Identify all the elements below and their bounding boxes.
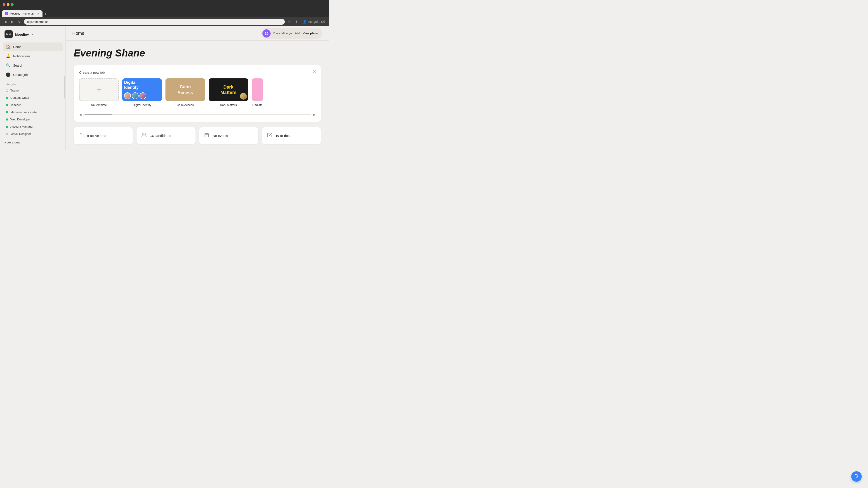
tab-bar: M Moodjoy · Homerun ✕ + <box>0 9 329 17</box>
template-label-no-template: No template <box>91 103 107 107</box>
di-avatar-1 <box>124 92 131 99</box>
content-area: Evening Shane Create a new job ✕ + No te… <box>66 41 329 187</box>
window-maximize-button[interactable] <box>11 3 13 6</box>
company-name: Moodjoy <box>15 33 29 36</box>
window-close-button[interactable] <box>3 3 5 6</box>
create-job-card: Create a new job ✕ + No template Digital… <box>74 65 321 122</box>
reload-button[interactable]: ↻ <box>17 19 22 24</box>
back-button[interactable]: ◀ <box>3 19 8 24</box>
sidebar-item-account-manager[interactable]: Account Manager <box>3 123 63 130</box>
forward-button[interactable]: ▶ <box>10 19 15 24</box>
create-job-icon: + <box>6 72 10 77</box>
job-label-trainer: Trainer <box>10 89 20 92</box>
sidebar-item-teacher[interactable]: Teacher <box>3 101 63 108</box>
sidebar: MM Moodjoy ▼ 🏠 Home 🔔 Notifications 🔍 Se… <box>0 26 66 150</box>
template-label-calm-access: Calm Access <box>177 103 194 107</box>
job-status-dot-visual-designer <box>6 133 8 135</box>
template-digital-identity[interactable]: DigitalIdentity Digital Identity <box>122 78 162 107</box>
dm-person-icon <box>240 93 247 100</box>
dropdown-arrow-icon: ▼ <box>31 33 33 36</box>
stat-card-candidates[interactable]: 16 candidates <box>136 127 196 144</box>
sidebar-item-search-label: Search <box>13 64 23 67</box>
job-status-dot-teacher <box>6 104 8 106</box>
tab-title: Moodjoy · Homerun <box>10 12 34 15</box>
template-thumb-calm-access: CalmAccess <box>165 78 205 101</box>
dm-title: DarkMatters <box>220 84 237 95</box>
your-jobs-section-label[interactable]: Your jobs ▼ <box>0 80 65 87</box>
profile-button[interactable]: 👤 Incognito (2) <box>301 19 327 24</box>
page-title: Home <box>72 31 84 36</box>
new-tab-button[interactable]: + <box>42 12 49 17</box>
view-plans-button[interactable]: View plans <box>303 32 318 35</box>
scroll-track <box>84 114 311 115</box>
template-thumb-radiate <box>252 78 263 101</box>
download-button[interactable]: ⬇ <box>294 19 300 24</box>
scroll-thumb <box>85 114 112 115</box>
di-title: DigitalIdentity <box>124 80 160 90</box>
scroll-right-button[interactable]: ▶ <box>313 113 315 116</box>
job-status-dot-account-manager <box>6 126 8 128</box>
company-switcher[interactable]: MM Moodjoy ▼ <box>0 26 65 42</box>
job-label-web-developer: Web Developer <box>10 118 31 121</box>
app-layout: MM Moodjoy ▼ 🏠 Home 🔔 Notifications 🔍 Se… <box>0 26 329 187</box>
job-label-content-writer: Content Writer <box>10 96 29 99</box>
trial-badge: 15 Days left in your trial View plans <box>261 28 322 39</box>
sidebar-item-home-label: Home <box>13 45 22 49</box>
job-status-dot-trainer <box>6 90 8 92</box>
template-no-template[interactable]: + No template <box>79 78 119 107</box>
template-label-radiate: Radiate <box>252 103 263 107</box>
sidebar-item-visual-designer[interactable]: Visual Designer <box>3 130 63 137</box>
tab-favicon: M <box>5 12 8 15</box>
job-status-dot-web-developer <box>6 119 8 121</box>
create-job-title: Create a new job <box>79 70 315 74</box>
template-dark-matters[interactable]: DarkMatters Dark Matters <box>209 78 248 107</box>
plus-icon: + <box>96 85 101 94</box>
templates-scroll: + No template DigitalIdentity <box>79 78 315 107</box>
url-input[interactable] <box>24 19 285 25</box>
trial-text: Days left in your trial <box>273 32 300 35</box>
template-calm-access[interactable]: CalmAccess Calm Access <box>165 78 205 107</box>
window-minimize-button[interactable] <box>7 3 9 6</box>
trial-days-number: 15 <box>262 29 271 37</box>
your-jobs-dropdown-icon: ▼ <box>17 83 19 86</box>
search-icon: 🔍 <box>6 63 10 68</box>
stat-candidates-text: 16 candidates <box>150 134 171 138</box>
sidebar-scrollbar[interactable] <box>64 76 65 98</box>
stat-card-events[interactable]: No events <box>199 127 258 144</box>
notifications-icon: 🔔 <box>6 54 10 58</box>
address-bar-row: ◀ ▶ ↻ ☆ ⬇ 👤 Incognito (2) <box>0 17 329 26</box>
template-radiate[interactable]: Radiate <box>252 78 263 107</box>
sidebar-item-content-writer[interactable]: Content Writer <box>3 94 63 101</box>
home-icon: 🏠 <box>6 45 10 49</box>
create-job-close-button[interactable]: ✕ <box>312 70 316 74</box>
scroll-indicator: ◀ ▶ <box>79 110 315 116</box>
sidebar-item-create-job[interactable]: + Create job <box>3 70 63 79</box>
job-label-account-manager: Account Manager <box>10 125 33 128</box>
di-avatars <box>124 92 146 99</box>
scroll-left-button[interactable]: ◀ <box>79 113 82 116</box>
tab-close-button[interactable]: ✕ <box>37 12 39 15</box>
sidebar-item-search[interactable]: 🔍 Search <box>3 61 63 70</box>
window-controls <box>3 3 13 6</box>
di-avatar-2 <box>132 92 138 99</box>
bookmark-button[interactable]: ☆ <box>287 19 292 24</box>
active-tab[interactable]: M Moodjoy · Homerun ✕ <box>2 10 42 17</box>
sidebar-item-notifications[interactable]: 🔔 Notifications <box>3 52 63 61</box>
sidebar-item-create-job-label: Create job <box>13 73 28 76</box>
sidebar-item-notifications-label: Notifications <box>13 55 30 58</box>
ca-title: CalmAccess <box>177 84 193 96</box>
stat-active-jobs-text: 5 active jobs <box>87 134 106 138</box>
stat-card-todos[interactable]: 10 to-dos <box>262 127 321 144</box>
sidebar-item-marketing-associate[interactable]: Marketing Associate <box>3 109 63 116</box>
sidebar-footer: HOMERUN <box>0 138 65 146</box>
calendar-icon <box>204 133 209 139</box>
job-status-dot-content-writer <box>6 97 8 99</box>
topbar: Home 15 Days left in your trial View pla… <box>66 26 329 41</box>
sidebar-item-web-developer[interactable]: Web Developer <box>3 116 63 123</box>
job-label-teacher: Teacher <box>10 103 21 107</box>
people-icon <box>142 133 147 139</box>
greeting-text: Evening Shane <box>74 47 321 59</box>
stat-card-active-jobs[interactable]: 5 active jobs <box>74 127 133 144</box>
sidebar-item-home[interactable]: 🏠 Home <box>3 42 63 51</box>
sidebar-item-trainer[interactable]: Trainer <box>3 87 63 94</box>
